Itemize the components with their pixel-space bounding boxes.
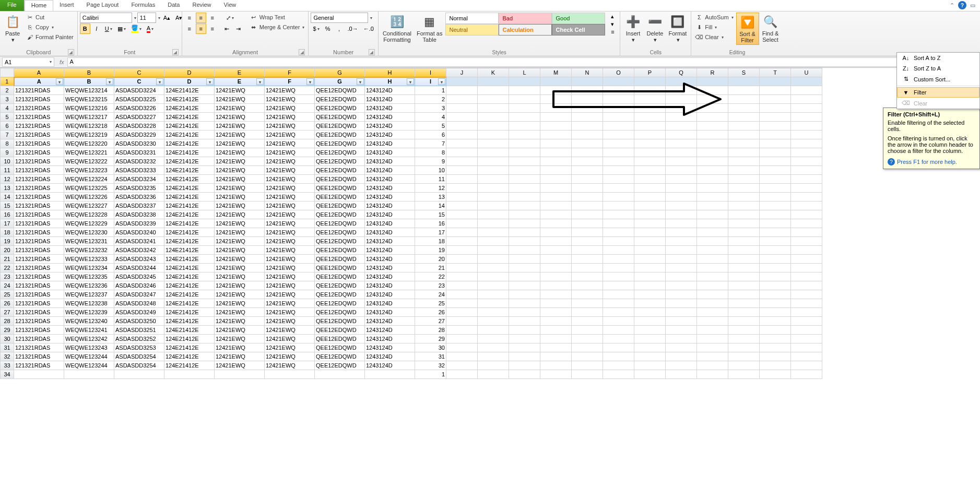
cell-C19[interactable]: ASDASDD3241 (114, 237, 164, 246)
cell[interactable] (446, 122, 478, 131)
cell-F25[interactable]: 12421EWQ (265, 290, 315, 299)
cell-D29[interactable]: 124E21412E (164, 326, 215, 335)
cell[interactable] (697, 264, 728, 272)
cell[interactable] (666, 166, 697, 175)
cell[interactable] (697, 95, 728, 104)
cell[interactable] (540, 148, 572, 157)
cell[interactable] (634, 299, 666, 308)
menu-custom-sort[interactable]: ⇅Custom Sort... (897, 74, 979, 85)
cell[interactable] (478, 272, 509, 281)
tab-home[interactable]: Home (25, 0, 53, 11)
cell[interactable] (634, 317, 666, 326)
cell[interactable] (446, 272, 478, 281)
row-header-3[interactable]: 3 (1, 95, 14, 104)
style-good[interactable]: Good (552, 13, 605, 24)
cell[interactable] (791, 246, 822, 255)
cell[interactable] (760, 290, 791, 299)
cell[interactable] (572, 77, 603, 86)
cell[interactable] (540, 352, 572, 361)
cell[interactable] (634, 193, 666, 201)
cell[interactable] (603, 184, 634, 193)
style-check-cell[interactable]: Check Cell (552, 24, 605, 35)
cell[interactable] (666, 370, 697, 379)
cell[interactable] (760, 299, 791, 308)
cell-F11[interactable]: 12421EWQ (265, 166, 315, 175)
cell[interactable] (728, 131, 760, 139)
cell[interactable] (634, 210, 666, 219)
row-header-34[interactable]: 34 (1, 370, 14, 379)
cell-E9[interactable]: 12421EWQ (215, 148, 265, 157)
styles-scroll-up-icon[interactable]: ▴ (607, 13, 618, 20)
cell-G3[interactable]: QEE12EDQWD (315, 95, 365, 104)
row-header-10[interactable]: 10 (1, 157, 14, 166)
cell-D6[interactable]: 124E21412E (164, 122, 215, 131)
cell-C34[interactable] (114, 370, 164, 379)
cell-D33[interactable]: 124E21412E (164, 361, 215, 370)
cell-A28[interactable]: 121321RDAS (14, 317, 64, 326)
cell[interactable] (572, 255, 603, 264)
cell-G10[interactable]: QEE12EDQWD (315, 157, 365, 166)
cell[interactable] (572, 264, 603, 272)
cell[interactable] (728, 95, 760, 104)
cell[interactable] (478, 184, 509, 193)
cell[interactable] (728, 361, 760, 370)
cell[interactable] (478, 104, 509, 113)
cell[interactable] (791, 308, 822, 317)
cell-I10[interactable]: 9 (415, 157, 446, 166)
cell-A19[interactable]: 121321RDAS (14, 237, 64, 246)
cell-B18[interactable]: WEQWE123230 (64, 228, 114, 237)
column-header-O[interactable]: O (603, 68, 634, 77)
cell[interactable] (603, 139, 634, 148)
cell[interactable] (478, 157, 509, 166)
cell[interactable] (572, 139, 603, 148)
cell[interactable] (509, 77, 540, 86)
cell[interactable] (572, 166, 603, 175)
cell[interactable] (603, 326, 634, 335)
filter-dropdown-icon[interactable]: ▾ (306, 78, 314, 85)
cell[interactable] (697, 237, 728, 246)
cell[interactable] (446, 184, 478, 193)
cell[interactable] (728, 272, 760, 281)
cell-F24[interactable]: 12421EWQ (265, 281, 315, 290)
cell-E5[interactable]: 12421EWQ (215, 113, 265, 122)
cell-H7[interactable]: 1243124D (365, 131, 415, 139)
cell[interactable] (634, 157, 666, 166)
cell-E2[interactable]: 12421EWQ (215, 86, 265, 95)
cell-C8[interactable]: ASDASDD3230 (114, 139, 164, 148)
cell[interactable] (478, 210, 509, 219)
cell-C27[interactable]: ASDASDD3249 (114, 308, 164, 317)
cell-H25[interactable]: 1243124D (365, 290, 415, 299)
cell[interactable] (791, 272, 822, 281)
cell-E32[interactable]: 12421EWQ (215, 352, 265, 361)
cell[interactable] (509, 228, 540, 237)
filter-header-B[interactable]: B▾ (64, 77, 114, 86)
italic-button[interactable]: I (91, 23, 102, 34)
cell[interactable] (603, 272, 634, 281)
cell-D25[interactable]: 124E21412E (164, 290, 215, 299)
cell-D28[interactable]: 124E21412E (164, 317, 215, 326)
cell[interactable] (760, 343, 791, 352)
cell-E16[interactable]: 12421EWQ (215, 210, 265, 219)
cell[interactable] (478, 326, 509, 335)
column-header-G[interactable]: G (315, 68, 365, 77)
cell-H12[interactable]: 1243124D (365, 175, 415, 184)
cell[interactable] (634, 290, 666, 299)
cell[interactable] (603, 113, 634, 122)
cell[interactable] (572, 281, 603, 290)
cell-I2[interactable]: 1 (415, 86, 446, 95)
cell-E33[interactable]: 12421EWQ (215, 361, 265, 370)
cell-E15[interactable]: 12421EWQ (215, 201, 265, 210)
cell[interactable] (666, 290, 697, 299)
cell-H15[interactable]: 1243124D (365, 201, 415, 210)
cell[interactable] (478, 201, 509, 210)
cell[interactable] (697, 148, 728, 157)
underline-button[interactable]: U▾ (103, 23, 114, 34)
cell[interactable] (540, 281, 572, 290)
cell[interactable] (509, 290, 540, 299)
cell[interactable] (603, 343, 634, 352)
cell[interactable] (603, 228, 634, 237)
cell[interactable] (540, 175, 572, 184)
cell[interactable] (509, 201, 540, 210)
cell-C2[interactable]: ASDASDD3224 (114, 86, 164, 95)
cell[interactable] (478, 148, 509, 157)
